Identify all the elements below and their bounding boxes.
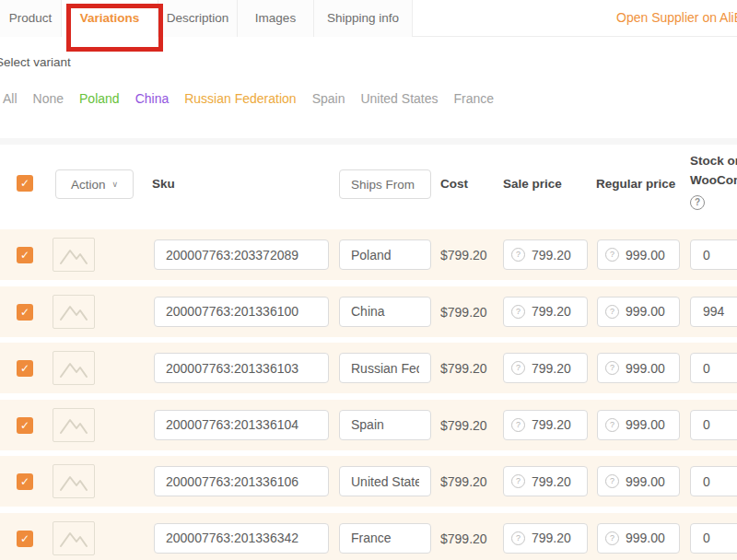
check-icon: ✓ xyxy=(20,475,29,488)
open-supplier-link[interactable]: Open Supplier on AliExpress xyxy=(616,10,737,25)
column-header-sku: Sku xyxy=(152,177,175,191)
cost-value: $799.20 xyxy=(440,248,487,262)
sku-input[interactable] xyxy=(154,466,329,496)
ships-from-filter-input[interactable] xyxy=(339,169,431,199)
sale-price-input[interactable]: ? 799.20 xyxy=(503,297,588,327)
filter-spain[interactable]: Spain xyxy=(312,91,345,106)
stock-input[interactable] xyxy=(690,353,737,383)
check-icon: ✓ xyxy=(20,249,29,262)
tab-variations[interactable]: Variations xyxy=(62,0,158,37)
filter-poland[interactable]: Poland xyxy=(79,91,120,106)
image-placeholder-icon xyxy=(60,245,88,265)
sku-input[interactable] xyxy=(154,353,329,383)
cost-value: $799.20 xyxy=(440,418,487,433)
help-icon: ? xyxy=(511,361,525,375)
help-icon: ? xyxy=(605,361,619,375)
action-dropdown[interactable]: Action ∨ xyxy=(55,169,134,199)
tab-product[interactable]: Product xyxy=(0,0,62,37)
ships-from-input[interactable] xyxy=(339,297,431,327)
variant-filters: AllNonePolandChinaRussian FederationSpai… xyxy=(3,91,494,106)
ships-from-input[interactable] xyxy=(339,410,431,440)
row-checkbox[interactable]: ✓ xyxy=(17,417,33,434)
regular-price-input[interactable]: ? 999.00 xyxy=(597,353,680,383)
ships-from-input[interactable] xyxy=(339,466,431,496)
help-icon: ? xyxy=(511,418,525,432)
help-icon: ? xyxy=(605,418,619,432)
tab-shipping-info[interactable]: Shipping info xyxy=(314,0,413,37)
ships-from-input[interactable] xyxy=(339,523,431,554)
regular-price-value: 999.00 xyxy=(626,304,665,319)
filter-france[interactable]: France xyxy=(454,91,495,106)
check-icon: ✓ xyxy=(20,419,29,432)
sku-input[interactable] xyxy=(154,410,329,440)
regular-price-input[interactable]: ? 999.00 xyxy=(597,466,680,496)
regular-price-input[interactable]: ? 999.00 xyxy=(597,410,680,440)
cost-value: $799.20 xyxy=(440,474,487,489)
row-checkbox[interactable]: ✓ xyxy=(17,304,33,321)
help-icon: ? xyxy=(511,531,525,545)
regular-price-value: 999.00 xyxy=(626,248,665,262)
variant-row: ✓ $799.20 ? 799.20 ? 999.00 xyxy=(0,456,737,507)
select-all-checkbox[interactable]: ✓ xyxy=(17,175,33,192)
regular-price-value: 999.00 xyxy=(626,361,665,376)
help-icon: ? xyxy=(511,248,525,262)
filter-china[interactable]: China xyxy=(135,91,170,106)
sale-price-value: 799.20 xyxy=(532,417,571,432)
sale-price-input[interactable]: ? 799.20 xyxy=(503,466,588,496)
sale-price-input[interactable]: ? 799.20 xyxy=(503,353,588,383)
select-variant-label: Select variant xyxy=(0,55,71,69)
sku-input[interactable] xyxy=(154,239,329,270)
help-icon: ? xyxy=(605,474,619,488)
check-icon: ✓ xyxy=(20,306,29,319)
regular-price-input[interactable]: ? 999.00 xyxy=(597,523,680,554)
row-checkbox[interactable]: ✓ xyxy=(17,360,33,377)
image-placeholder-icon xyxy=(60,358,88,379)
variant-row: ✓ $799.20 ? 799.20 ? 999.00 xyxy=(0,513,737,560)
help-icon: ? xyxy=(511,305,525,319)
column-header-sale-price: Sale price xyxy=(503,177,562,191)
variant-image-placeholder[interactable] xyxy=(53,464,95,498)
ships-from-input[interactable] xyxy=(339,353,431,383)
sale-price-input[interactable]: ? 799.20 xyxy=(503,239,588,270)
column-header-cost: Cost xyxy=(440,177,468,191)
filter-russian-federation[interactable]: Russian Federation xyxy=(184,91,296,106)
tab-label: Description xyxy=(167,11,229,25)
variant-image-placeholder[interactable] xyxy=(53,238,95,272)
variant-row: ✓ $799.20 ? 799.20 ? 999.00 xyxy=(0,343,737,393)
variant-image-placeholder[interactable] xyxy=(53,408,95,442)
sale-price-value: 799.20 xyxy=(532,474,571,489)
variant-rows: ✓ $799.20 ? 799.20 ? 999.00 ✓ $79 xyxy=(0,229,737,560)
stock-input[interactable] xyxy=(690,410,737,440)
tab-images[interactable]: Images xyxy=(238,0,314,37)
row-checkbox[interactable]: ✓ xyxy=(17,247,33,263)
regular-price-input[interactable]: ? 999.00 xyxy=(597,297,680,327)
check-icon: ✓ xyxy=(20,532,29,545)
sku-input[interactable] xyxy=(154,297,329,327)
sale-price-input[interactable]: ? 799.20 xyxy=(503,523,588,554)
variant-image-placeholder[interactable] xyxy=(53,295,95,329)
column-header-stock: Stock on WooCommerce xyxy=(690,151,737,190)
ships-from-input[interactable] xyxy=(339,239,431,270)
filter-all[interactable]: All xyxy=(3,91,18,106)
stock-help-icon[interactable]: ? xyxy=(690,195,705,210)
regular-price-input[interactable]: ? 999.00 xyxy=(597,239,680,270)
check-icon: ✓ xyxy=(20,362,29,375)
variant-image-placeholder[interactable] xyxy=(53,351,95,385)
cost-value: $799.20 xyxy=(440,361,487,376)
sale-price-input[interactable]: ? 799.20 xyxy=(503,410,588,440)
help-icon: ? xyxy=(605,305,619,319)
chevron-down-icon: ∨ xyxy=(111,180,118,189)
stock-input[interactable] xyxy=(690,523,737,554)
filter-united-states[interactable]: United States xyxy=(360,91,438,106)
image-placeholder-icon xyxy=(60,472,88,492)
tab-description[interactable]: Description xyxy=(158,0,238,37)
stock-input[interactable] xyxy=(690,239,737,270)
sku-input[interactable] xyxy=(154,523,329,554)
filter-none[interactable]: None xyxy=(33,91,64,106)
stock-input[interactable] xyxy=(690,297,737,327)
row-checkbox[interactable]: ✓ xyxy=(17,531,33,547)
variant-image-placeholder[interactable] xyxy=(53,521,95,555)
column-header-regular-price: Regular price xyxy=(596,177,675,191)
stock-input[interactable] xyxy=(690,466,737,496)
row-checkbox[interactable]: ✓ xyxy=(17,473,33,490)
